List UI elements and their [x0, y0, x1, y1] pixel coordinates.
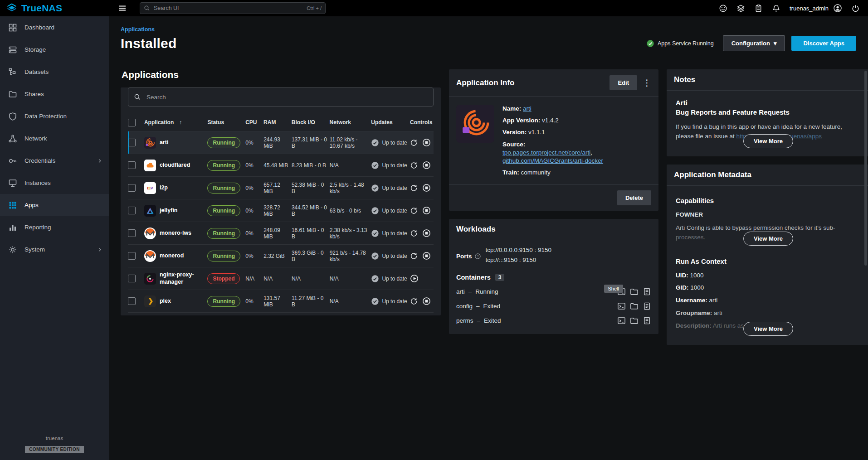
column-updates[interactable]: Updates [371, 119, 410, 126]
restart-button[interactable] [410, 297, 418, 305]
start-button[interactable] [410, 274, 419, 283]
container-shell-icon[interactable] [617, 316, 626, 325]
global-search-input[interactable] [153, 5, 304, 12]
sidebar-item-storage[interactable]: Storage [0, 39, 109, 61]
ram-value: 657.12 MiB [263, 182, 292, 194]
stop-button[interactable] [422, 138, 431, 147]
menu-toggle-icon[interactable] [116, 2, 129, 15]
sort-asc-icon: ↑ [179, 119, 182, 126]
sidebar-item-reporting[interactable]: Reporting [0, 216, 109, 238]
notes-view-more-button[interactable]: View More [743, 134, 793, 148]
app-name: jellyfin [160, 207, 178, 214]
row-checkbox[interactable] [128, 184, 136, 192]
column-application[interactable]: Application [144, 119, 174, 126]
container-volumes-folder-icon[interactable] [630, 316, 639, 325]
row-checkbox[interactable] [128, 207, 136, 214]
power-icon[interactable] [851, 4, 860, 13]
row-checkbox[interactable] [128, 252, 136, 260]
sidebar-item-instances[interactable]: Instances [0, 172, 109, 194]
network-value: N/A [330, 162, 371, 169]
container-volumes-folder-icon[interactable] [630, 287, 639, 296]
table-search-input[interactable] [146, 93, 428, 101]
search-icon [144, 5, 150, 11]
stop-button[interactable] [422, 184, 431, 192]
breadcrumb[interactable]: Applications [121, 26, 856, 33]
table-row-jellyfin[interactable]: jellyfin Running 0% 328.72 MiB 344.52 Mi… [128, 199, 434, 222]
jobs-icon[interactable] [736, 4, 745, 13]
stop-button[interactable] [422, 252, 431, 260]
discover-apps-button[interactable]: Discover Apps [791, 36, 856, 51]
restart-button[interactable] [410, 139, 418, 146]
key-icon [8, 156, 17, 165]
container-shell-icon[interactable] [617, 302, 626, 310]
sidebar-item-credentials[interactable]: Credentials [0, 150, 109, 172]
global-search[interactable]: Ctrl + / [140, 2, 326, 14]
ram-value: 131.57 MiB [263, 295, 292, 308]
table-row-cloudflared[interactable]: cloudflared Running 0% 45.48 MiB 8.23 Mi… [128, 154, 434, 177]
ram-value: 248.09 MiB [263, 227, 292, 240]
run-as-view-more-button[interactable]: View More [743, 322, 793, 336]
sidebar-item-shares[interactable]: Shares [0, 83, 109, 105]
train-value: community [521, 169, 551, 176]
restart-button[interactable] [410, 184, 418, 192]
configuration-button[interactable]: Configuration ▾ [723, 35, 785, 51]
row-checkbox[interactable] [128, 229, 136, 237]
select-all-checkbox[interactable] [128, 119, 136, 126]
sidebar-item-label: Shares [24, 91, 44, 97]
feedback-icon[interactable] [719, 4, 727, 13]
sidebar-item-datasets[interactable]: Datasets [0, 61, 109, 83]
row-checkbox[interactable] [128, 161, 136, 169]
container-logs-icon[interactable] [643, 302, 651, 310]
edit-button[interactable]: Edit [610, 75, 637, 90]
main-content: Applications Installed Apps Service Runn… [109, 16, 868, 460]
column-block-io[interactable]: Block I/O [292, 119, 330, 126]
table-row-monerod[interactable]: monerod Running 0% 2.32 GiB 369.3 GiB - … [128, 245, 434, 267]
delete-button[interactable]: Delete [617, 190, 651, 205]
container-logs-icon[interactable] [643, 316, 651, 325]
shares-folder-icon [8, 90, 17, 99]
notifications-bell-icon[interactable] [772, 4, 780, 13]
column-ram[interactable]: RAM [263, 119, 292, 126]
sidebar-item-network[interactable]: Network [0, 127, 109, 150]
table-search[interactable] [128, 87, 434, 107]
user-menu[interactable]: truenas_admin [790, 4, 842, 13]
brand[interactable]: TrueNAS [0, 3, 109, 14]
train-label: Train: [502, 169, 519, 176]
scrollbar-thumb[interactable] [864, 71, 867, 266]
table-row-arti[interactable]: arti Running 0% 244.93 MiB 137.31 MiB - … [128, 131, 434, 154]
scrollbar[interactable] [864, 16, 867, 460]
column-cpu[interactable]: CPU [245, 119, 263, 126]
kebab-menu-icon[interactable]: ⋮ [643, 78, 651, 87]
sidebar-item-apps[interactable]: Apps [0, 194, 109, 216]
sidebar-item-dashboard[interactable]: Dashboard [0, 16, 109, 39]
table-row-i2p[interactable]: I2P i2p Running 0% 657.12 MiB 52.38 MiB … [128, 177, 434, 199]
table-row-monero-lws[interactable]: monero-lws Running 0% 248.09 MiB 16.61 M… [128, 222, 434, 245]
app-name-link[interactable]: arti [523, 105, 532, 112]
sidebar-item-system[interactable]: System [0, 238, 109, 261]
table-row-nginx-proxy-manager[interactable]: nginx-proxy-manager Stopped N/A N/A N/A … [128, 267, 434, 290]
restart-button[interactable] [410, 229, 418, 237]
checklist-icon[interactable] [754, 4, 763, 13]
source-link-github[interactable]: github.com/MAGICGrants/arti-docker [502, 157, 603, 164]
container-volumes-folder-icon[interactable] [630, 302, 639, 310]
sidebar-item-data-protection[interactable]: Data Protection [0, 105, 109, 127]
help-circle-icon[interactable]: ? [474, 253, 481, 260]
edition-badge: COMMUNITY EDITION [25, 446, 84, 453]
restart-button[interactable] [410, 207, 418, 214]
row-checkbox[interactable] [128, 275, 136, 282]
stop-button[interactable] [422, 297, 431, 305]
stop-button[interactable] [422, 161, 431, 169]
restart-button[interactable] [410, 252, 418, 260]
restart-button[interactable] [410, 161, 418, 169]
column-status[interactable]: Status [207, 119, 245, 126]
stop-button[interactable] [422, 206, 431, 215]
column-network[interactable]: Network [330, 119, 371, 126]
container-logs-icon[interactable] [643, 287, 651, 296]
capabilities-view-more-button[interactable]: View More [743, 232, 793, 246]
table-row-plex[interactable]: plex Running 0% 131.57 MiB 11.27 MiB - 0… [128, 290, 434, 313]
row-checkbox[interactable] [128, 139, 136, 146]
source-link-torproject[interactable]: tpo.pages.torproject.net/core/arti [502, 149, 590, 156]
port-value: tcp://0.0.0.0:9150 : 9150 [486, 247, 552, 253]
row-checkbox[interactable] [128, 297, 136, 305]
stop-button[interactable] [422, 229, 431, 237]
